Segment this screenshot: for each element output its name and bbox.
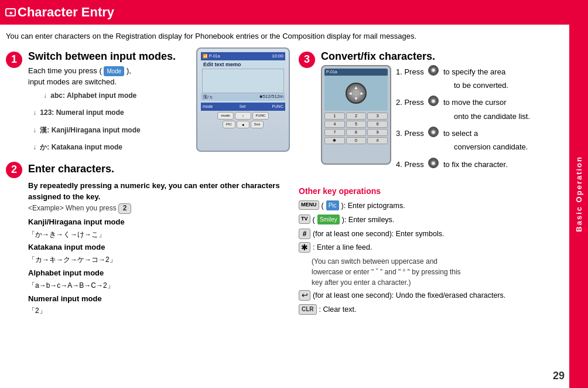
step3-num-1: 1. Press: [396, 65, 426, 93]
memory-indicator: ■512/512m: [260, 94, 283, 100]
undo-button-icon: ↩: [299, 290, 310, 301]
p3-key-2: 2: [346, 113, 367, 120]
op-item-undo: ↩ (for at least one second): Undo the fi…: [299, 290, 562, 301]
page-header: ★ Character Entry: [0, 0, 588, 25]
key-func: FUNC: [252, 112, 269, 120]
key-mode: mode: [217, 112, 234, 120]
mode-flow-item-2: ↓ 123: Numeral input mode: [33, 108, 196, 126]
step3-instructions: 1. Press ◉ to specify the area to be con…: [396, 65, 530, 173]
phone3-screen-top: P-01a: [324, 69, 388, 76]
step-2-title: Enter characters.: [28, 161, 293, 178]
op-item-linefeed: ✱ : Enter a line feed.: [299, 242, 562, 253]
menu-button-icon: MENU: [299, 200, 319, 210]
screen-status: 漢/ヵ ■512/512m: [201, 93, 285, 101]
p3-key-1: 1: [324, 113, 345, 120]
nav-down: ▼: [354, 96, 358, 101]
screen-title: Edit text memo: [201, 60, 285, 69]
key-nav: ↑: [235, 112, 251, 120]
key-pic: PIC: [223, 121, 235, 128]
key-2-button: 2: [118, 203, 131, 214]
op-undo-text: (for at least one second): Undo the fixe…: [313, 290, 562, 301]
key-center: ●: [237, 121, 249, 128]
phone3-keys: 1 2 3 4 5 6 7 8 9 ✱: [324, 113, 388, 144]
mode-alphabet-row: Alphabet input mode 「a→b→c→A→B→C→2」: [28, 267, 293, 292]
op-item-pictogram: MENU ( Pic ): Enter pictograms.: [299, 200, 562, 212]
step-3-content: Convert/fix characters. P-01a: [321, 50, 562, 179]
step1-desc1: Each time you press: [28, 66, 97, 75]
nav-left: ◄: [348, 90, 353, 96]
mode-flow-item-4: ↓ か: Katakana input mode: [33, 143, 196, 152]
p3-key-3: 3: [367, 113, 388, 120]
op-paren2: (: [313, 215, 315, 226]
step-1-content: Switch between input modes. 📶 P-01a 10:0…: [28, 50, 293, 152]
step2-mode-list: Kanji/Hiragana input mode 「か→き→く→け→こ」 Ka…: [28, 216, 293, 317]
bar-set: Set: [240, 104, 246, 108]
mode-button: Mode: [104, 66, 124, 76]
mode-flow-item-1: ↓ abc: Alphabet input mode: [33, 91, 196, 109]
mode-123: ↓ 123: Numeral input mode: [33, 108, 124, 118]
step3-phone: P-01a ▲ ▼ ◄ ►: [321, 65, 391, 165]
step3-item-1: 1. Press ◉ to specify the area to be con…: [396, 65, 530, 93]
step2-example: <Example> When you press 2: [28, 203, 293, 214]
phone-time: 📶 P-01a: [203, 54, 220, 59]
step1-phone: 📶 P-01a 10:00 Edit text memo 漢/ヵ ■512/51…: [196, 47, 290, 152]
step3-item-3: 3. Press ◉ to select a conversion candid…: [396, 127, 530, 154]
nav-right: ►: [360, 90, 364, 96]
mode-flow-item-3: ↓ 漢: Kanji/Hiragana input mode: [33, 126, 196, 144]
page-number: 29: [553, 370, 565, 382]
screen-bottom-bar: mode Set FUNC: [201, 103, 285, 111]
step3-desc-2: to move the cursor onto the candidate li…: [441, 96, 530, 123]
op-item-symbols: # (for at least one second): Enter symbo…: [299, 229, 562, 240]
keys-row-2: PIC ● Smi: [200, 121, 286, 128]
op-smiley-text: ): Enter smileys.: [342, 215, 562, 226]
op-item-smiley: TV ( Smiley ): Enter smileys.: [299, 215, 562, 226]
step3-num-4: 4. Press: [396, 158, 426, 171]
mode-katakana-row: Katakana input mode 「カ→キ→ク→ケ→コ→2」: [28, 241, 293, 266]
nav-btn-2: ◉: [428, 96, 439, 106]
phone3-inner: P-01a ▲ ▼ ◄ ►: [322, 66, 390, 147]
step3-item-4: 4. Press ◉ to fix the character.: [396, 158, 530, 171]
smiley-tag: Smiley: [317, 215, 340, 224]
phone-time-display: 10:00: [272, 53, 283, 59]
keys-row-1: mode ↑ FUNC: [200, 112, 286, 120]
left-column: 1 Switch between input modes. 📶 P-01a 10…: [6, 50, 293, 326]
step-1: 1 Switch between input modes. 📶 P-01a 10…: [6, 50, 293, 152]
page-title: Character Entry: [18, 5, 114, 20]
p3-key-4: 4: [324, 121, 345, 128]
step3-num-3: 3. Press: [396, 127, 426, 154]
op-pictogram-text: ): Enter pictograms.: [341, 200, 562, 212]
hash-button-icon: #: [299, 229, 310, 239]
step3-container: P-01a ▲ ▼ ◄ ►: [321, 65, 562, 173]
mode-kanji: ↓ 漢: Kanji/Hiragana input mode: [33, 126, 141, 135]
p3-key-9: 9: [367, 129, 388, 136]
mode-abc: ↓ abc: Alphabet input mode: [43, 91, 136, 101]
header-icon: ★: [5, 6, 16, 18]
op-linefeed-text: : Enter a line feed.: [313, 242, 562, 253]
phone3-model: P-01a: [326, 70, 337, 74]
step3-desc-3: to select a conversion candidate.: [441, 127, 528, 154]
kanji-indicator: 漢/ヵ: [203, 94, 213, 100]
step-1-number: 1: [6, 52, 22, 68]
step-3-title: Convert/fix characters.: [321, 50, 562, 63]
step2-desc: By repeatedly pressing a numeric key, yo…: [28, 180, 293, 203]
step3-num-2: 2. Press: [396, 96, 426, 123]
phone-screen: 📶 P-01a 10:00 Edit text memo 漢/ヵ ■512/51…: [201, 52, 285, 111]
nav-btn-4: ◉: [428, 158, 439, 168]
star-button-icon: ✱: [299, 242, 310, 253]
bar-func: FUNC: [272, 104, 283, 108]
step3-item-2: 2. Press ◉ to move the cursor onto the c…: [396, 96, 530, 123]
phone3-nav-ring: ▲ ▼ ◄ ►: [346, 83, 367, 104]
columns-layout: 1 Switch between input modes. 📶 P-01a 10…: [6, 50, 562, 326]
p3-key-8: 8: [346, 129, 367, 136]
phone-screen-header: 📶 P-01a 10:00: [201, 52, 285, 60]
clr-button-icon: CLR: [299, 304, 317, 315]
step-2-number: 2: [6, 162, 22, 178]
key-smiley: Smi: [251, 121, 264, 128]
step3-desc-4: to fix the character.: [441, 158, 507, 171]
main-content: You can enter characters on the Registra…: [0, 25, 588, 331]
step1-desc2: ),: [127, 66, 131, 75]
svg-text:★: ★: [9, 11, 13, 16]
tv-button-icon: TV: [299, 215, 310, 224]
p3-key-7: 7: [324, 129, 345, 136]
op-paren1: (: [322, 200, 324, 212]
